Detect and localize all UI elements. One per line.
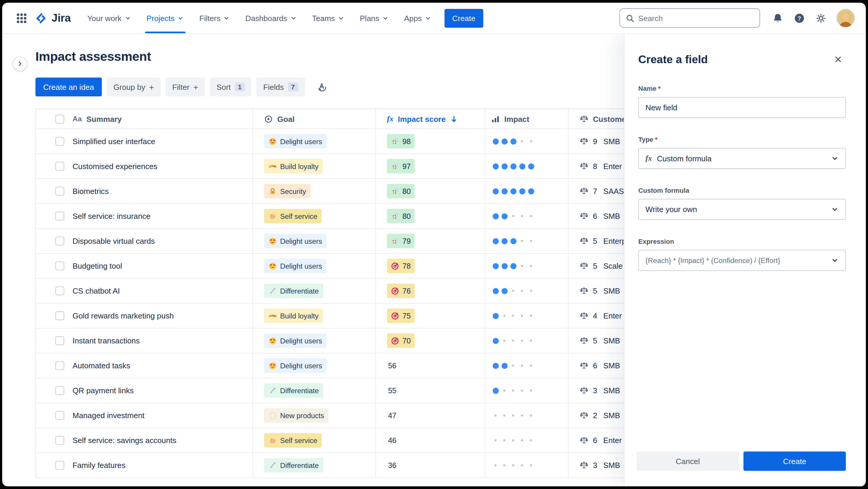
select-all-checkbox[interactable]	[55, 114, 64, 123]
column-header-goal[interactable]: Goal	[252, 109, 375, 129]
row-checkbox[interactable]	[55, 212, 64, 221]
summary-cell[interactable]: Customised experiences	[70, 154, 252, 179]
impact-score-cell[interactable]: 56	[375, 353, 485, 378]
formula-mode-select[interactable]: Write your own	[638, 199, 846, 220]
summary-cell[interactable]: Disposable virtual cards	[70, 229, 252, 254]
nav-plans[interactable]: Plans	[354, 3, 394, 33]
row-checkbox[interactable]	[55, 386, 64, 395]
summary-cell[interactable]: Gold rewards marketing push	[70, 304, 252, 328]
impact-cell[interactable]	[485, 378, 568, 403]
impact-cell[interactable]	[485, 129, 568, 154]
sort-button[interactable]: Sort 1	[210, 78, 252, 97]
goal-cell[interactable]: Self service	[252, 428, 375, 453]
impact-cell[interactable]	[485, 403, 568, 428]
impact-cell[interactable]	[485, 353, 568, 378]
impact-cell[interactable]	[485, 154, 568, 179]
row-checkbox[interactable]	[55, 187, 64, 196]
summary-cell[interactable]: Managed investment	[70, 403, 252, 428]
nav-filters[interactable]: Filters	[194, 3, 235, 33]
impact-score-cell[interactable]: 55	[375, 378, 485, 403]
impact-cell[interactable]	[485, 304, 568, 328]
row-checkbox[interactable]	[55, 361, 64, 370]
impact-score-cell[interactable]: 47	[375, 403, 485, 428]
summary-cell[interactable]: Self service: savings accounts	[70, 428, 252, 453]
impact-score-cell[interactable]: 36	[375, 453, 485, 478]
column-header-summary[interactable]: Aa Summary	[70, 109, 252, 129]
group-by-button[interactable]: Group by +	[107, 78, 161, 97]
field-type-select[interactable]: fx Custom formula	[638, 148, 846, 169]
summary-cell[interactable]: QR payment links	[70, 378, 252, 403]
field-name-input[interactable]	[638, 97, 846, 118]
filter-button[interactable]: Filter +	[166, 78, 205, 97]
nav-dashboards[interactable]: Dashboards	[240, 3, 302, 33]
summary-cell[interactable]: Budgeting tool	[70, 254, 252, 279]
row-checkbox[interactable]	[55, 411, 64, 420]
goal-cell[interactable]: Delight users	[252, 129, 375, 154]
notifications-button[interactable]	[768, 9, 787, 28]
impact-cell[interactable]	[485, 279, 568, 304]
row-checkbox[interactable]	[55, 262, 64, 270]
summary-cell[interactable]: Instant transactions	[70, 328, 252, 353]
goal-cell[interactable]: Self service	[252, 204, 375, 229]
impact-cell[interactable]	[485, 229, 568, 254]
goal-cell[interactable]: Differentiate	[252, 378, 375, 403]
close-panel-button[interactable]	[830, 52, 846, 67]
impact-cell[interactable]	[485, 204, 568, 229]
row-checkbox[interactable]	[55, 137, 64, 146]
create-button[interactable]: Create	[444, 9, 483, 28]
impact-score-cell[interactable]: 97	[375, 154, 485, 179]
row-checkbox[interactable]	[55, 286, 64, 295]
summary-cell[interactable]: Family features	[70, 453, 252, 478]
create-field-button[interactable]: Create	[744, 451, 846, 470]
goal-cell[interactable]: Delight users	[252, 254, 375, 279]
help-button[interactable]: ?	[790, 9, 809, 28]
goal-cell[interactable]: Build loyalty	[252, 154, 375, 179]
goal-cell[interactable]: Build loyalty	[252, 304, 375, 328]
impact-score-cell[interactable]: 98	[375, 129, 485, 154]
impact-score-cell[interactable]: 80	[375, 204, 485, 229]
goal-cell[interactable]: New products	[252, 403, 375, 428]
impact-cell[interactable]	[485, 453, 568, 478]
row-checkbox[interactable]	[55, 461, 64, 470]
search-input[interactable]	[638, 13, 754, 23]
impact-cell[interactable]	[485, 328, 568, 353]
summary-cell[interactable]: Self service: insurance	[70, 204, 252, 229]
impact-score-cell[interactable]: 80	[375, 179, 485, 204]
goal-cell[interactable]: Delight users	[252, 328, 375, 353]
expression-select[interactable]: {Reach} * {Impact} * (Confidence) / {Eff…	[638, 250, 846, 271]
goal-cell[interactable]: Differentiate	[252, 279, 375, 304]
summary-cell[interactable]: Biometrics	[70, 179, 252, 204]
nav-apps[interactable]: Apps	[399, 3, 437, 33]
cancel-button[interactable]: Cancel	[637, 451, 739, 470]
fields-button[interactable]: Fields 7	[257, 78, 305, 97]
row-checkbox[interactable]	[55, 336, 64, 345]
goal-cell[interactable]: Differentiate	[252, 453, 375, 478]
impact-score-cell[interactable]: 70	[375, 328, 485, 353]
create-an-idea-button[interactable]: Create an idea	[36, 78, 102, 97]
impact-cell[interactable]	[485, 254, 568, 279]
jira-logo[interactable]: Jira	[34, 11, 71, 25]
impact-cell[interactable]	[485, 428, 568, 453]
impact-cell[interactable]	[485, 179, 568, 204]
row-checkbox[interactable]	[55, 311, 64, 320]
row-checkbox[interactable]	[55, 237, 64, 246]
app-switcher-button[interactable]	[12, 9, 31, 28]
summary-cell[interactable]: Simplified user interface	[70, 129, 252, 154]
goal-cell[interactable]: Security	[252, 179, 375, 204]
goal-cell[interactable]: Delight users	[252, 229, 375, 254]
summary-cell[interactable]: CS chatbot AI	[70, 279, 252, 304]
nav-your-work[interactable]: Your work	[82, 3, 136, 33]
impact-score-cell[interactable]: 78	[375, 254, 485, 279]
row-checkbox[interactable]	[55, 162, 64, 171]
expand-sidebar-button[interactable]	[13, 57, 27, 71]
settings-button[interactable]	[811, 9, 830, 28]
row-checkbox[interactable]	[55, 436, 64, 445]
user-avatar[interactable]	[837, 9, 855, 27]
impact-score-cell[interactable]: 79	[375, 229, 485, 254]
impact-score-cell[interactable]: 75	[375, 304, 485, 328]
sort-order-button[interactable]	[312, 78, 332, 97]
column-header-impact-score[interactable]: fx Impact score	[375, 109, 485, 129]
nav-teams[interactable]: Teams	[306, 3, 350, 33]
summary-cell[interactable]: Automated tasks	[70, 353, 252, 378]
goal-cell[interactable]: Delight users	[252, 353, 375, 378]
